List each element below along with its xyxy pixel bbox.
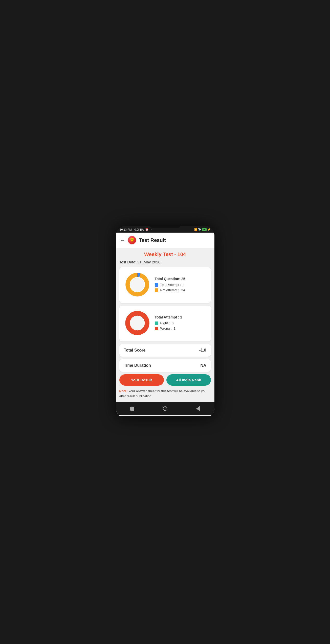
duration-value: NA [200, 363, 206, 368]
note-text: Note: Your answer sheet for this test wi… [119, 389, 211, 399]
wifi-icon: 📶 [194, 228, 197, 231]
header-title: Test Result [139, 237, 166, 243]
right-stat: Right : 0 [155, 321, 207, 325]
note-body: Your answer sheet for this test will be … [119, 389, 207, 398]
back-button[interactable]: ← [120, 238, 125, 243]
svg-rect-2 [131, 242, 133, 242]
right-wrong-row: Total Attempt : 1 Right : 0 Wrong : 1 [123, 309, 207, 338]
nav-home-button[interactable] [162, 406, 168, 411]
wrong-value: 1 [174, 327, 175, 330]
note-prefix: Note: [119, 389, 128, 393]
duration-label: Time Duration [124, 363, 151, 368]
notch [150, 226, 180, 228]
svg-point-9 [130, 278, 144, 292]
alarm-icon: ⏰ [145, 228, 149, 231]
test-date-label: Test Date: [119, 260, 137, 264]
app-header: ← Test Result [116, 233, 214, 248]
right-label: Right : [160, 321, 170, 325]
status-right: 📶 📡 99 ⚡ [194, 228, 210, 231]
not-attempt-value: 24 [181, 288, 185, 292]
question-stats-card: Total Question: 25 Total Attempt : 1 Not… [119, 267, 211, 303]
phone-frame: 10:13 PM | 0.0KB/s ⏰ ··· 📶 📡 99 ⚡ ← [116, 226, 214, 418]
app-logo [127, 236, 137, 245]
right-value: 0 [172, 321, 173, 325]
total-score-card: Total Score -1.0 [119, 344, 211, 357]
status-left: 10:13 PM | 0.0KB/s ⏰ ··· [120, 228, 152, 231]
right-wrong-card: Total Attempt : 1 Right : 0 Wrong : 1 [119, 306, 211, 341]
score-value: -1.0 [199, 348, 206, 353]
not-attempt-stat: Not Attempt : 24 [155, 288, 207, 292]
test-date: Test Date: 31, May 2020 [119, 260, 211, 264]
total-attempt2-label: Total Attempt : 1 [155, 315, 207, 319]
test-title: Weekly Test - 104 [119, 252, 211, 257]
triangle-icon [196, 406, 200, 411]
svg-rect-1 [131, 241, 133, 242]
your-result-button[interactable]: Your Result [119, 374, 164, 386]
data-speed: | [133, 228, 134, 231]
right-dot [155, 321, 158, 325]
not-attempt-label: Not Attempt : [160, 288, 179, 292]
all-india-rank-button[interactable]: All India Rank [166, 374, 211, 386]
main-content: Weekly Test - 104 Test Date: 31, May 202… [116, 248, 214, 402]
total-attempt-label: Total Attempt : [160, 283, 181, 287]
not-attempt-dot [155, 288, 158, 292]
total-question-label: Total Question: 25 [155, 277, 207, 281]
right-wrong-labels: Total Attempt : 1 Right : 0 Wrong : 1 [155, 315, 207, 332]
wrong-dot [155, 327, 158, 330]
circle-icon [163, 406, 167, 411]
dots: ··· [150, 228, 152, 231]
signal-icon: 📡 [198, 228, 201, 231]
attempt-dot [155, 283, 158, 287]
right-wrong-donut [123, 309, 151, 338]
time: 10:13 PM [120, 228, 132, 231]
total-attempt-value: 1 [183, 283, 185, 287]
wrong-label: Wrong : [160, 327, 172, 330]
score-label: Total Score [124, 348, 146, 353]
total-attempt-stat: Total Attempt : 1 [155, 283, 207, 287]
svg-line-6 [134, 238, 134, 239]
svg-point-3 [131, 239, 133, 240]
question-stats-labels: Total Question: 25 Total Attempt : 1 Not… [155, 277, 207, 293]
bottom-nav [116, 402, 214, 415]
test-date-value: 31, May 2020 [137, 260, 160, 264]
question-donut [123, 271, 151, 300]
time-duration-card: Time Duration NA [119, 359, 211, 372]
action-buttons: Your Result All India Rank [119, 374, 211, 386]
question-stats-row: Total Question: 25 Total Attempt : 1 Not… [123, 271, 207, 300]
nav-back-button[interactable] [195, 406, 201, 411]
data-kb: 0.0KB/s [134, 228, 144, 231]
bolt-icon: ⚡ [207, 228, 210, 231]
screen: ← Test Result Weekly Test - 104 [116, 233, 214, 416]
battery-level: 99 [202, 228, 206, 231]
wrong-stat: Wrong : 1 [155, 327, 207, 330]
svg-line-5 [130, 238, 130, 239]
square-icon [130, 407, 134, 411]
svg-point-11 [130, 316, 144, 330]
nav-square-button[interactable] [129, 406, 135, 411]
